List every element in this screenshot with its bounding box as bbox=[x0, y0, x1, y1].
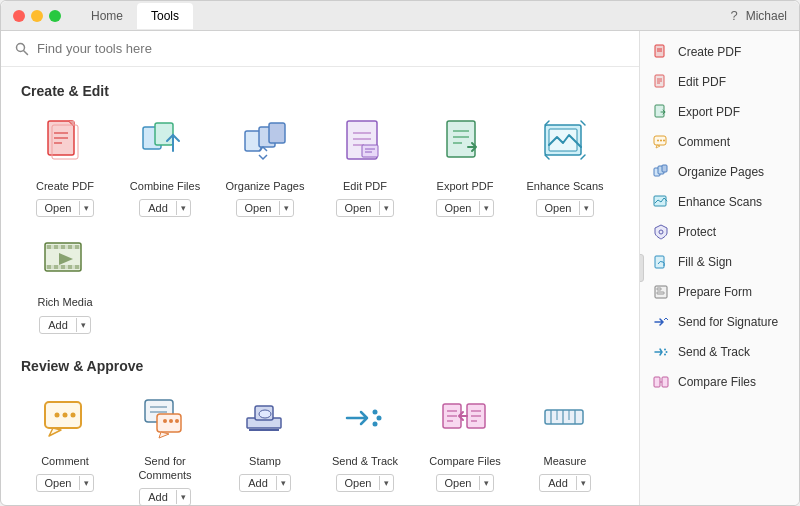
svg-point-59 bbox=[373, 409, 378, 414]
list-item: Send for Comments Add ▾ bbox=[121, 388, 209, 505]
tool-label: Compare Files bbox=[429, 454, 501, 468]
sidebar-item-protect[interactable]: Protect bbox=[640, 217, 799, 247]
sidebar-item-label: Fill & Sign bbox=[678, 255, 732, 269]
tool-btn-open[interactable]: Open ▾ bbox=[36, 199, 95, 217]
list-item: Export PDF Open ▾ bbox=[421, 113, 509, 217]
tool-label: Combine Files bbox=[130, 179, 200, 193]
svg-rect-101 bbox=[654, 377, 660, 387]
svg-point-57 bbox=[259, 410, 271, 418]
sidebar-enhance-scans-icon bbox=[652, 193, 670, 211]
list-item: Organize Pages Open ▾ bbox=[221, 113, 309, 217]
list-item: Combine Files Add ▾ bbox=[121, 113, 209, 217]
tools-grid-review-approve: Comment Open ▾ bbox=[21, 388, 619, 505]
tool-btn-add[interactable]: Add ▾ bbox=[139, 488, 191, 505]
svg-rect-37 bbox=[54, 265, 58, 269]
measure-icon bbox=[535, 388, 595, 448]
tool-btn-open[interactable]: Open ▾ bbox=[336, 474, 395, 492]
sidebar-item-organize-pages[interactable]: Organize Pages bbox=[640, 157, 799, 187]
search-input[interactable] bbox=[37, 41, 625, 56]
svg-rect-31 bbox=[47, 245, 51, 249]
rich-media-icon bbox=[35, 229, 95, 289]
sidebar-send-track-icon bbox=[652, 343, 670, 361]
tool-btn-open[interactable]: Open ▾ bbox=[236, 199, 295, 217]
svg-marker-43 bbox=[49, 428, 61, 436]
section-title-create-edit: Create & Edit bbox=[21, 83, 619, 99]
tool-btn-open[interactable]: Open ▾ bbox=[536, 199, 595, 217]
sidebar-item-label: Export PDF bbox=[678, 105, 740, 119]
svg-rect-83 bbox=[655, 105, 664, 117]
list-item: Create PDF Open ▾ bbox=[21, 113, 109, 217]
sidebar-edit-pdf-icon bbox=[652, 73, 670, 91]
tab-home[interactable]: Home bbox=[77, 3, 137, 29]
sidebar-item-compare-files[interactable]: Compare Files bbox=[640, 367, 799, 397]
tool-btn-add[interactable]: Add ▾ bbox=[539, 474, 591, 492]
tab-tools[interactable]: Tools bbox=[137, 3, 193, 29]
tool-btn-add[interactable]: Add ▾ bbox=[39, 316, 91, 334]
organize-pages-icon bbox=[235, 113, 295, 173]
tool-btn-open[interactable]: Open ▾ bbox=[436, 474, 495, 492]
section-title-review-approve: Review & Approve bbox=[21, 358, 619, 374]
svg-marker-54 bbox=[159, 432, 169, 438]
title-bar-right: ? Michael bbox=[730, 8, 787, 23]
maximize-button[interactable] bbox=[49, 10, 61, 22]
sidebar-item-label: Enhance Scans bbox=[678, 195, 762, 209]
app-window: Home Tools ? Michael bbox=[0, 0, 800, 506]
svg-rect-102 bbox=[662, 377, 668, 387]
sidebar-item-send-signature[interactable]: Send for Signature bbox=[640, 307, 799, 337]
minimize-button[interactable] bbox=[31, 10, 43, 22]
sidebar-collapse-button[interactable]: ‹ bbox=[639, 254, 644, 282]
sidebar-fill-sign-icon bbox=[652, 253, 670, 271]
svg-rect-19 bbox=[362, 145, 378, 157]
edit-pdf-icon bbox=[335, 113, 395, 173]
user-name[interactable]: Michael bbox=[746, 9, 787, 23]
tool-label: Enhance Scans bbox=[526, 179, 603, 193]
sidebar-item-send-track[interactable]: Send & Track bbox=[640, 337, 799, 367]
sidebar-item-enhance-scans[interactable]: Enhance Scans bbox=[640, 187, 799, 217]
sidebar-item-export-pdf[interactable]: Export PDF bbox=[640, 97, 799, 127]
window-controls bbox=[13, 10, 61, 22]
sidebar-item-comment[interactable]: Comment bbox=[640, 127, 799, 157]
svg-rect-91 bbox=[662, 165, 667, 172]
title-tabs: Home Tools bbox=[77, 3, 193, 29]
main-layout: Create & Edit bbox=[1, 31, 799, 505]
sidebar-item-label: Comment bbox=[678, 135, 730, 149]
svg-point-86 bbox=[657, 140, 659, 142]
sidebar-item-label: Protect bbox=[678, 225, 716, 239]
tool-btn-open[interactable]: Open ▾ bbox=[436, 199, 495, 217]
tool-label: Edit PDF bbox=[343, 179, 387, 193]
tools-scroll: Create & Edit bbox=[1, 67, 639, 505]
title-bar: Home Tools ? Michael bbox=[1, 1, 799, 31]
list-item: Compare Files Open ▾ bbox=[421, 388, 509, 505]
sidebar-item-label: Send for Signature bbox=[678, 315, 778, 329]
sidebar-item-fill-sign[interactable]: Fill & Sign bbox=[640, 247, 799, 277]
send-comments-icon bbox=[135, 388, 195, 448]
search-icon bbox=[15, 42, 29, 56]
comment-icon bbox=[35, 388, 95, 448]
tool-label: Send & Track bbox=[332, 454, 398, 468]
svg-point-98 bbox=[664, 349, 666, 351]
export-pdf-icon bbox=[435, 113, 495, 173]
tool-btn-add[interactable]: Add ▾ bbox=[139, 199, 191, 217]
svg-point-87 bbox=[660, 140, 662, 142]
sidebar-item-prepare-form[interactable]: Prepare Form bbox=[640, 277, 799, 307]
svg-rect-22 bbox=[447, 121, 475, 157]
svg-rect-50 bbox=[157, 414, 181, 432]
sidebar-item-edit-pdf[interactable]: Edit PDF bbox=[640, 67, 799, 97]
svg-rect-38 bbox=[61, 265, 65, 269]
svg-point-44 bbox=[55, 412, 60, 417]
sidebar-prepare-form-icon bbox=[652, 283, 670, 301]
sidebar-create-pdf-icon bbox=[652, 43, 670, 61]
create-pdf-icon bbox=[35, 113, 95, 173]
sidebar-item-label: Compare Files bbox=[678, 375, 756, 389]
tool-btn-open[interactable]: Open ▾ bbox=[336, 199, 395, 217]
sidebar-item-create-pdf[interactable]: Create PDF bbox=[640, 37, 799, 67]
tool-label: Send for Comments bbox=[121, 454, 209, 483]
content-area: Create & Edit bbox=[1, 31, 639, 505]
list-item: Measure Add ▾ bbox=[521, 388, 609, 505]
tool-btn-open[interactable]: Open ▾ bbox=[36, 474, 95, 492]
tool-btn-add[interactable]: Add ▾ bbox=[239, 474, 291, 492]
list-item: Stamp Add ▾ bbox=[221, 388, 309, 505]
help-icon[interactable]: ? bbox=[730, 8, 737, 23]
close-button[interactable] bbox=[13, 10, 25, 22]
sidebar-item-label: Send & Track bbox=[678, 345, 750, 359]
